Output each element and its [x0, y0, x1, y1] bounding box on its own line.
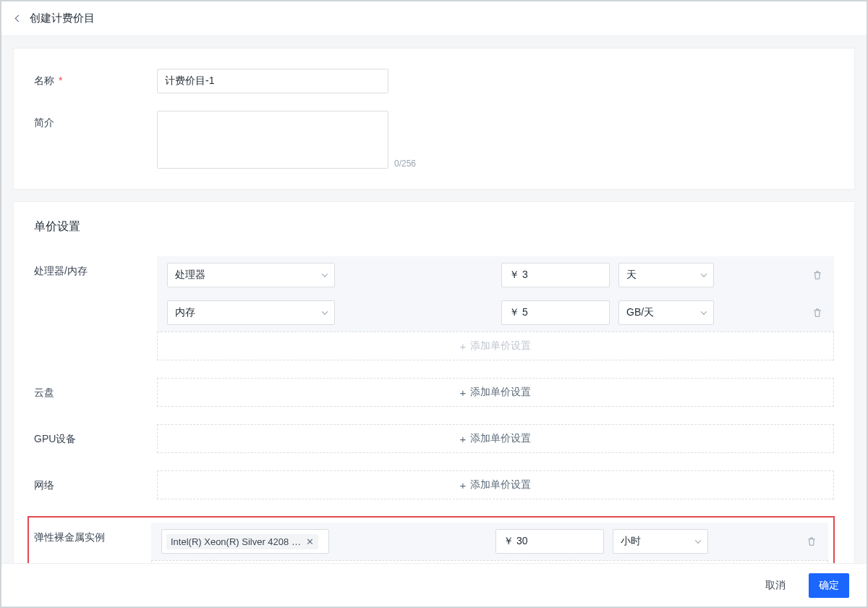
app-window: 创建计费价目 名称 * 简介 0/256	[0, 0, 868, 608]
add-price-row-label: 添加单价设置	[470, 386, 531, 399]
add-price-row-label: 添加单价设置	[470, 478, 531, 491]
chevron-down-icon	[701, 309, 707, 315]
name-row: 名称 *	[34, 69, 834, 93]
name-label-text: 名称	[34, 75, 54, 86]
group-disk-label: 云盘	[34, 378, 157, 400]
delete-row-button[interactable]	[805, 535, 818, 548]
type-tag-select[interactable]: Intel(R) Xeon(R) Silver 4208 C... ✕	[161, 529, 329, 554]
trash-icon	[812, 269, 823, 281]
group-gpu: GPU设备 + 添加单价设置	[34, 424, 834, 453]
name-control	[157, 69, 834, 93]
add-price-row-button[interactable]: + 添加单价设置	[157, 378, 834, 407]
plus-icon: +	[460, 341, 467, 352]
unit-select[interactable]: 天	[618, 263, 714, 287]
desc-control: 0/256	[157, 111, 834, 169]
delete-row-button[interactable]	[811, 306, 824, 319]
add-price-row-label: 添加单价设置	[470, 432, 531, 445]
group-cpu-memory-label: 处理器/内存	[34, 256, 157, 278]
desc-label: 简介	[34, 111, 157, 130]
type-select[interactable]: 处理器	[167, 263, 335, 287]
delete-row-button[interactable]	[811, 269, 824, 282]
price-row: 处理器 天	[157, 256, 834, 294]
plus-icon: +	[460, 387, 467, 398]
group-baremetal: 弹性裸金属实例 Intel(R) Xeon(R) Silver 4208 C..…	[28, 517, 834, 563]
add-price-row-button[interactable]: + 添加单价设置	[157, 470, 834, 499]
price-row: 内存 GB/天	[157, 294, 834, 332]
page-title: 创建计费价目	[30, 12, 95, 25]
unit-select[interactable]: GB/天	[618, 300, 714, 325]
group-gpu-label: GPU设备	[34, 424, 157, 446]
cancel-button[interactable]: 取消	[755, 573, 796, 598]
price-input[interactable]	[501, 263, 610, 287]
chevron-down-icon	[322, 309, 328, 315]
unit-select-value: 小时	[621, 535, 641, 548]
type-tag: Intel(R) Xeon(R) Silver 4208 C... ✕	[166, 534, 318, 549]
type-tag-text: Intel(R) Xeon(R) Silver 4208 C...	[171, 536, 302, 547]
page-footer: 取消 确定	[1, 563, 867, 607]
add-price-row-label: 添加单价设置	[470, 339, 531, 352]
type-select-value: 内存	[175, 306, 195, 319]
unit-select-value: GB/天	[626, 306, 654, 319]
group-disk: 云盘 + 添加单价设置	[34, 378, 834, 407]
desc-textarea[interactable]	[157, 111, 388, 169]
ok-button[interactable]: 确定	[809, 573, 849, 598]
plus-icon: +	[460, 480, 467, 491]
group-cpu-memory-rows: 处理器 天	[157, 256, 834, 360]
type-select[interactable]: 内存	[167, 300, 335, 325]
price-input[interactable]	[495, 529, 604, 554]
group-baremetal-label: 弹性裸金属实例	[28, 523, 151, 544]
pricing-block: 处理器/内存 处理器 天	[14, 256, 854, 563]
pricing-section-title: 单价设置	[14, 202, 854, 242]
type-select-value: 处理器	[175, 269, 205, 282]
add-price-row-button[interactable]: + 添加单价设置	[157, 332, 834, 360]
chevron-down-icon	[322, 271, 328, 277]
trash-icon	[812, 307, 823, 318]
group-cpu-memory: 处理器/内存 处理器 天	[34, 256, 834, 360]
unit-select-value: 天	[626, 269, 637, 282]
back-icon[interactable]	[15, 15, 22, 22]
desc-row: 简介 0/256	[34, 111, 834, 169]
group-network-label: 网络	[34, 470, 157, 492]
trash-icon	[806, 536, 817, 547]
desc-char-count: 0/256	[394, 159, 416, 169]
tag-remove-icon[interactable]: ✕	[306, 536, 314, 547]
chevron-down-icon	[695, 538, 701, 544]
group-disk-rows: + 添加单价设置	[157, 378, 834, 407]
page-body: 名称 * 简介 0/256 单价设置 处理器/内存	[1, 36, 867, 563]
name-input[interactable]	[157, 69, 388, 93]
chevron-down-icon	[701, 271, 707, 277]
page-header: 创建计费价目	[1, 1, 867, 36]
plus-icon: +	[460, 434, 467, 444]
required-asterisk: *	[59, 75, 62, 86]
price-row: Intel(R) Xeon(R) Silver 4208 C... ✕ 小时	[151, 523, 828, 560]
basic-info-card: 名称 * 简介 0/256	[13, 48, 855, 190]
group-network-rows: + 添加单价设置	[157, 470, 834, 499]
group-network: 网络 + 添加单价设置	[34, 470, 834, 499]
group-baremetal-rows: Intel(R) Xeon(R) Silver 4208 C... ✕ 小时	[151, 523, 828, 563]
price-input[interactable]	[501, 300, 610, 325]
add-price-row-button[interactable]: + 添加单价设置	[157, 424, 834, 453]
group-gpu-rows: + 添加单价设置	[157, 424, 834, 453]
name-label: 名称 *	[34, 69, 157, 88]
pricing-card: 单价设置 处理器/内存 处理器	[13, 201, 855, 563]
unit-select[interactable]: 小时	[613, 529, 708, 554]
